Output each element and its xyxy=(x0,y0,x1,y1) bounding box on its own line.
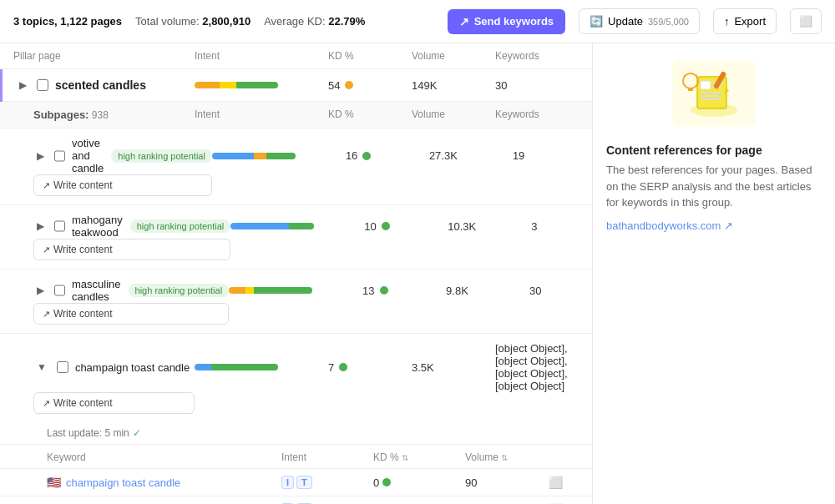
col-intent: Intent xyxy=(195,50,328,62)
kd-1: 0 xyxy=(373,476,465,489)
kd-sort-icon[interactable]: ⇅ xyxy=(402,453,408,462)
sub-row-votive: ▶ votive and candle high ranking potenti… xyxy=(0,129,592,205)
sub-keywords-mahogany: 3 xyxy=(531,220,593,233)
intent-seg-2 xyxy=(220,82,236,88)
svg-rect-7 xyxy=(701,98,721,100)
keyword-link-1[interactable]: 🇺🇸 champaign toast candle xyxy=(47,476,281,489)
pillar-row-left: ▶ scented candles xyxy=(16,78,195,93)
intent-seg-1 xyxy=(195,82,220,88)
vol-1: 90 xyxy=(465,476,549,489)
sub-checkbox-mahogany[interactable] xyxy=(54,220,65,232)
expanded-table-header: Keyword Intent KD % ⇅ Volume ⇅ xyxy=(0,445,592,469)
sub-title-mahogany: mahogany teakwood xyxy=(72,214,124,239)
svg-rect-2 xyxy=(701,81,711,89)
content-ref-title: Content references for page xyxy=(606,144,822,157)
volume-value: 2,800,910 xyxy=(202,15,250,28)
badge-mahogany: high ranking potential xyxy=(130,219,231,233)
sub-col-intent: Intent xyxy=(195,108,328,121)
external-link-icon: ↗ xyxy=(724,219,733,232)
sub-keywords-votive: 19 xyxy=(513,149,593,162)
sub-col-keywords: Keywords xyxy=(495,108,579,121)
main-content: Pillar page Intent KD % Volume Keywords … xyxy=(0,43,835,504)
content-ref-body: Content references for page The best ref… xyxy=(606,144,822,232)
send-keywords-button[interactable]: Send keywords xyxy=(448,9,565,34)
left-panel: Pillar page Intent KD % Volume Keywords … xyxy=(0,43,593,504)
pillar-keywords: 30 xyxy=(495,79,579,92)
update-button[interactable]: 🔄 Update 359/5,000 xyxy=(579,8,700,34)
sub-row-mahogany: ▶ mahogany teakwood high ranking potenti… xyxy=(0,205,592,270)
intent-tags-1: I T xyxy=(281,476,373,489)
sub-col-volume: Volume xyxy=(412,108,495,121)
export-button[interactable]: ↑ Export xyxy=(713,8,777,34)
keyword-row-1: 🇺🇸 champaign toast candle I T 0 90 ⬜ xyxy=(0,469,592,496)
sub-intent-champaign xyxy=(195,364,278,370)
topics-stat: 3 topics, 1,122 pages xyxy=(13,15,122,28)
copy-icon-1[interactable]: ⬜ xyxy=(549,476,579,489)
sub-intent-votive xyxy=(212,153,296,159)
flag-1: 🇺🇸 xyxy=(47,476,61,489)
sub-checkbox-votive[interactable] xyxy=(54,150,65,162)
update-check-icon: ✓ xyxy=(133,427,141,439)
sub-expand-masculine[interactable]: ▶ xyxy=(33,283,48,298)
kd-value: 22.79% xyxy=(328,15,365,28)
pillar-expand-button[interactable]: ▶ xyxy=(16,78,30,93)
expanded-row-champaign: ▼ champaign toast candle 7 3.5K [object … xyxy=(0,334,592,504)
vol-sort-icon[interactable]: ⇅ xyxy=(501,453,508,462)
svg-rect-5 xyxy=(701,92,723,93)
sub-title-masculine: masculine candles xyxy=(72,278,122,303)
pillar-row: ▶ scented candles 54 149K 30 xyxy=(0,69,592,102)
copy-button[interactable]: ⬜ xyxy=(790,8,822,34)
expanded-sub-header: ▼ champaign toast candle 7 3.5K [object … xyxy=(0,334,592,422)
kd-stat: Average KD: 22.79% xyxy=(264,15,365,28)
sub-intent-masculine xyxy=(229,287,312,294)
top-bar: 3 topics, 1,122 pages Total volume: 2,80… xyxy=(0,0,835,43)
kd-dot xyxy=(345,81,353,89)
topics-count: 3 topics, 1,122 pages xyxy=(13,15,122,28)
sub-checkbox-masculine[interactable] xyxy=(54,285,65,296)
kd-dot-masculine xyxy=(380,286,388,295)
write-btn-champaign[interactable]: Write content xyxy=(33,392,195,414)
sub-checkbox-champaign[interactable] xyxy=(57,361,68,373)
sub-expand-mahogany[interactable]: ▶ xyxy=(33,219,48,234)
content-ref-link[interactable]: bathandbodyworks.com ↗ xyxy=(606,219,822,232)
subpages-header: Subpages: 938 Intent KD % Volume Keyword… xyxy=(0,102,592,129)
intent-t-1: T xyxy=(296,476,312,489)
svg-rect-6 xyxy=(701,95,719,97)
intent-seg-3 xyxy=(236,82,278,88)
sub-keywords-masculine: 30 xyxy=(529,285,593,297)
kd-dot-1 xyxy=(382,478,391,486)
col-volume: Volume xyxy=(412,50,495,62)
sub-title-champaign: champaign toast candle xyxy=(75,361,190,374)
sub-kd-masculine: 13 xyxy=(362,285,446,297)
last-update-bar: Last update: 5 min ✓ xyxy=(0,422,592,445)
subpages-label: Subpages: 938 xyxy=(33,108,195,121)
pillar-title: scented candles xyxy=(55,78,146,92)
sub-volume-masculine: 9.8K xyxy=(446,285,529,297)
expanded-content: Last update: 5 min ✓ Keyword Intent KD %… xyxy=(0,422,592,504)
write-btn-votive[interactable]: Write content xyxy=(33,174,212,196)
sub-expand-champaign[interactable]: ▼ xyxy=(33,360,50,375)
sub-volume-champaign: 3.5K xyxy=(412,361,495,374)
badge-masculine: high ranking potential xyxy=(129,284,230,297)
badge-votive: high ranking potential xyxy=(111,149,212,163)
pillar-volume: 149K xyxy=(412,79,495,92)
sub-keywords-champaign: [object Object],[object Object],[object … xyxy=(495,342,579,392)
sub-title-votive: votive and candle xyxy=(72,137,104,174)
sub-kd-votive: 16 xyxy=(346,149,429,162)
pillar-intent-bar xyxy=(195,82,278,88)
content-ref-description: The best references for your pages. Base… xyxy=(606,162,822,211)
sub-expand-votive[interactable]: ▶ xyxy=(33,149,48,164)
col-kd: KD % xyxy=(328,50,412,62)
svg-rect-11 xyxy=(688,88,693,91)
write-btn-mahogany[interactable]: Write content xyxy=(33,239,230,260)
kd-dot-mahogany xyxy=(382,222,390,230)
pillar-kd: 54 xyxy=(328,79,412,92)
col-keywords: Keywords xyxy=(495,50,579,62)
sub-intent-mahogany xyxy=(230,223,314,229)
write-btn-masculine[interactable]: Write content xyxy=(33,303,229,325)
sub-col-kd: KD % xyxy=(328,108,412,121)
sub-volume-mahogany: 10.3K xyxy=(448,220,531,233)
pillar-checkbox[interactable] xyxy=(37,79,48,91)
sub-volume-votive: 27.3K xyxy=(429,149,513,162)
sub-kd-mahogany: 10 xyxy=(364,220,448,233)
